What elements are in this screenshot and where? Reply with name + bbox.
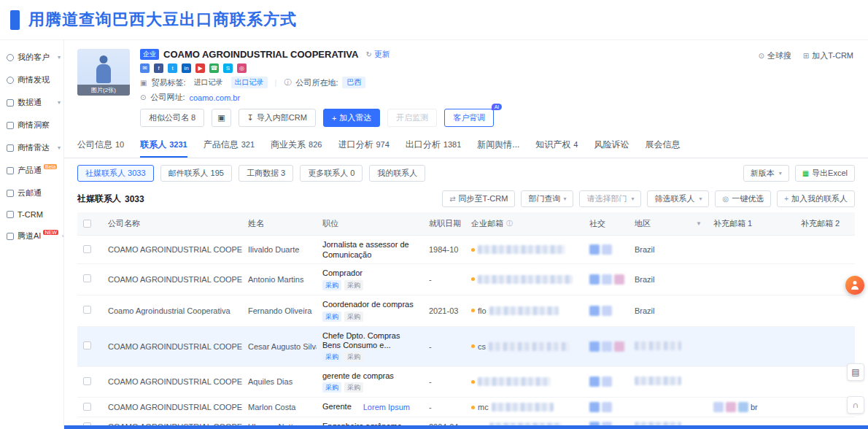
facebook-icon[interactable]: f <box>154 63 163 73</box>
tab-label: 进口分析 <box>338 139 373 151</box>
tab-risk-litigation[interactable]: 风险诉讼 <box>594 133 629 158</box>
sidebar-item-radar[interactable]: 商情雷达▾ <box>0 136 63 159</box>
refresh-button[interactable]: ↻更新 <box>365 49 390 60</box>
social-icons-row: ✉ftin▶☎S◎ <box>140 63 855 73</box>
tab-import-analysis[interactable]: 进口分析974 <box>338 133 389 158</box>
department-select[interactable]: 请选择部门▾ <box>579 190 641 207</box>
version-select[interactable]: 新版本▾ <box>743 165 789 182</box>
cell-name: Antonio Martins <box>242 264 317 295</box>
tab-contacts[interactable]: 联系人3231 <box>140 133 187 158</box>
company-name: COAMO AGROINDUSTRIAL COOPERATIVA <box>163 49 358 60</box>
globe-icon: ⊙ <box>758 52 764 60</box>
feedback-list-button[interactable]: ▤ <box>847 363 864 381</box>
social-icon-blurred <box>589 244 600 255</box>
select-value: 请选择部门 <box>586 193 627 204</box>
cell-company: COAMO AGROINDUSTRIAL COOPERAT... <box>102 398 242 417</box>
sidebar-item-tcrm[interactable]: T-CRM <box>0 204 63 225</box>
department-query-button[interactable]: 部门查询▾ <box>521 190 573 207</box>
tab-export-analysis[interactable]: 出口分析1381 <box>406 133 461 158</box>
filter-chip-social-contacts[interactable]: 社媒联系人 3033 <box>77 165 154 182</box>
sidebar-item-label: 数据通 <box>18 97 42 108</box>
tab-company-info[interactable]: 公司信息10 <box>77 133 124 158</box>
cell-region: Brazil <box>629 264 708 295</box>
button-label: 一键优选 <box>732 193 764 204</box>
add-to-tcrm-button[interactable]: ⊞加入T-CRM <box>803 50 853 61</box>
row-checkbox[interactable] <box>83 377 91 385</box>
sidebar-item-product[interactable]: 产品通Beta <box>0 159 63 182</box>
instagram-icon[interactable]: ◎ <box>237 63 247 73</box>
enterprise-badge: 企业 <box>140 49 159 60</box>
page: 用腾道查询巴西大豆出口商联系方式 我的客户▾商情发现数据通▾商情洞察商情雷达▾产… <box>0 0 868 429</box>
row-checkbox[interactable] <box>83 274 91 282</box>
one-click-optimize-button[interactable]: ◎一键优选 <box>715 190 771 207</box>
sidebar-item-my-customers[interactable]: 我的客户▾ <box>0 46 63 69</box>
global-search-button[interactable]: ⊙全球搜 <box>758 50 791 61</box>
column-header-inner: 职位 <box>322 218 417 229</box>
column-header-inner: 公司名称 <box>108 218 236 229</box>
copy-company-button[interactable]: ▣ <box>212 109 230 127</box>
youtube-icon[interactable]: ▶ <box>195 63 205 73</box>
filter-chip-my-contacts[interactable]: 我的联系人 <box>369 165 425 182</box>
sidebar-item-insight[interactable]: 商情洞察 <box>0 114 63 136</box>
tag-icon: ▣ <box>140 79 147 87</box>
filter-chip-more-contacts[interactable]: 更多联系人 0 <box>300 165 363 182</box>
region-blurred <box>635 341 681 350</box>
cell-extra-email-2 <box>795 264 855 295</box>
tab-count: 10 <box>115 140 124 149</box>
cell-start-date: 2021-03 <box>423 295 465 326</box>
filter-chip-business-data[interactable]: 工商数据 3 <box>239 165 293 182</box>
row-checkbox[interactable] <box>83 245 91 253</box>
row-checkbox[interactable] <box>83 306 91 314</box>
customer-background-check-button[interactable]: 客户背调AI <box>444 109 494 127</box>
position-tags: 采购采购 <box>322 312 417 322</box>
tab-exhibition-info[interactable]: 展会信息 <box>645 133 680 158</box>
cell-extra-email-2 <box>795 236 855 264</box>
company-actions: 相似公司名 8▣↧导入内部CRM+加入雷达开启监测客户背调AI <box>140 109 855 127</box>
skype-icon[interactable]: S <box>223 63 233 73</box>
cell-email <box>465 366 584 398</box>
contacts-table-card: 社媒联系人 3033 ⇄同步至T-CRM部门查询▾请选择部门▾筛选联系人▾◎一键… <box>77 187 855 429</box>
main-content: 图片(2张) 企业 COAMO AGROINDUSTRIAL COOPERATI… <box>64 40 868 429</box>
column-header-name: 姓名 <box>242 212 317 236</box>
sidebar-item-cloudmail[interactable]: 云邮通 <box>0 182 63 204</box>
tab-news[interactable]: 新闻舆情... <box>477 133 519 158</box>
cell-social <box>584 236 629 264</box>
row-checkbox[interactable] <box>83 341 91 349</box>
email-icon[interactable]: ✉ <box>140 63 150 73</box>
import-internal-crm-button[interactable]: ↧导入内部CRM <box>239 109 316 127</box>
radar-icon <box>7 144 14 152</box>
row-checkbox[interactable] <box>83 403 91 411</box>
select-all-checkbox[interactable] <box>83 220 91 228</box>
sidebar-item-datatong[interactable]: 数据通▾ <box>0 91 63 114</box>
email-status-dot <box>471 406 475 409</box>
email-blurred <box>492 403 554 411</box>
cell-social <box>584 326 629 366</box>
filter-icon[interactable]: ▼ <box>696 220 702 227</box>
tab-intellectual-property[interactable]: 知识产权4 <box>535 133 578 158</box>
sidebar-item-tengdao-ai[interactable]: 腾道AINEW› <box>0 225 63 247</box>
person-illustration-icon <box>94 55 113 86</box>
add-to-my-contacts-button[interactable]: +加入我的联系人 <box>777 190 855 207</box>
sidebar-item-discovery[interactable]: 商情发现 <box>0 69 63 91</box>
company-photo[interactable]: 图片(2张) <box>77 49 130 96</box>
phone-icon[interactable]: ☎ <box>209 63 219 73</box>
tab-product-info[interactable]: 产品信息321 <box>204 133 255 158</box>
contact-filter-select[interactable]: 筛选联系人▾ <box>647 190 709 207</box>
note-link[interactable]: Lorem Ipsum <box>363 403 410 411</box>
tab-bar: 公司信息10联系人3231产品信息321商业关系826进口分析974出口分析13… <box>64 133 868 158</box>
twitter-icon[interactable]: t <box>168 63 177 73</box>
join-radar-button[interactable]: +加入雷达 <box>323 109 380 127</box>
export-excel-button[interactable]: ▦导出Excel <box>795 165 855 182</box>
customer-service-fab[interactable] <box>845 276 864 295</box>
chevron-down-icon: ▾ <box>779 170 782 177</box>
similar-companies-button[interactable]: 相似公司名 8 <box>140 109 204 127</box>
support-headset-button[interactable]: ∩ <box>847 396 864 414</box>
linkedin-icon[interactable]: in <box>182 63 191 73</box>
tab-business-relations[interactable]: 商业关系826 <box>271 133 322 158</box>
filter-chip-email-contacts[interactable]: 邮件联系人 195 <box>160 165 232 182</box>
product-icon <box>7 167 14 174</box>
info-icon: ⓘ <box>284 77 291 88</box>
column-label: 公司名称 <box>108 218 140 229</box>
sync-tcrm-button[interactable]: ⇄同步至T-CRM <box>442 190 515 207</box>
website-link[interactable]: coamo.com.br <box>189 93 240 102</box>
